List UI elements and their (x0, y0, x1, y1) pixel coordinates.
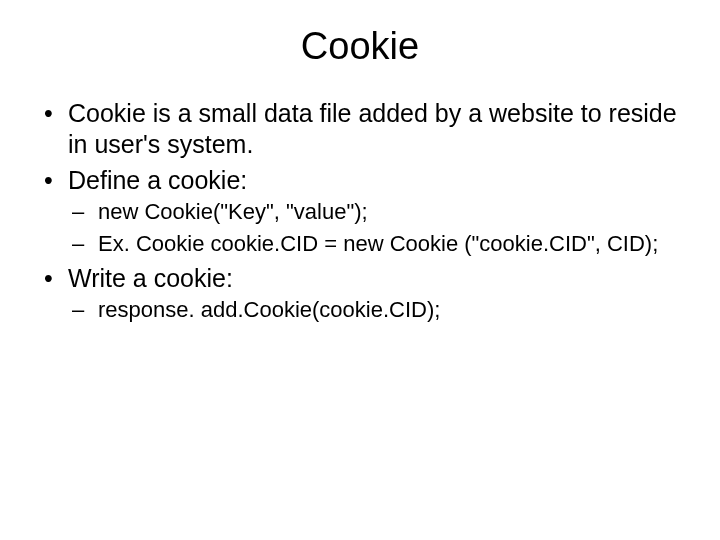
slide-title: Cookie (40, 25, 680, 68)
sub-list: response. add.Cookie(cookie.CID); (68, 296, 680, 325)
sub-bullet-text: response. add.Cookie(cookie.CID); (98, 297, 440, 322)
sub-bullet-text: Ex. Cookie cookie.CID = new Cookie ("coo… (98, 231, 658, 256)
list-item: Define a cookie: new Cookie("Key", "valu… (40, 165, 680, 259)
bullet-text: Write a cookie: (68, 264, 233, 292)
bullet-text: Define a cookie: (68, 166, 247, 194)
sub-list: new Cookie("Key", "value"); Ex. Cookie c… (68, 198, 680, 259)
bullet-list: Cookie is a small data file added by a w… (40, 98, 680, 325)
sub-bullet-text: new Cookie("Key", "value"); (98, 199, 368, 224)
list-item: Write a cookie: response. add.Cookie(coo… (40, 263, 680, 325)
sub-list-item: Ex. Cookie cookie.CID = new Cookie ("coo… (68, 230, 680, 259)
list-item: Cookie is a small data file added by a w… (40, 98, 680, 161)
sub-list-item: response. add.Cookie(cookie.CID); (68, 296, 680, 325)
sub-list-item: new Cookie("Key", "value"); (68, 198, 680, 227)
slide: Cookie Cookie is a small data file added… (0, 0, 720, 540)
bullet-text: Cookie is a small data file added by a w… (68, 99, 677, 158)
